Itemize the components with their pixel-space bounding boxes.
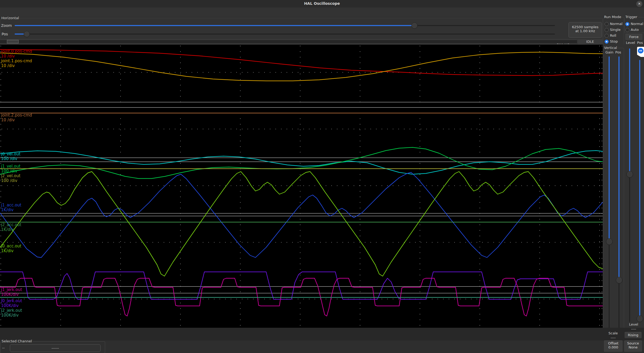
trace-label: j1_vel.out [1,164,20,169]
trigger-pos-slider-fill [639,60,640,316]
trace-label: 100 /div [1,178,17,183]
trace-label: 100K/div [1,303,19,308]
scope-display[interactable]: joint.0.pos-cmd10 /divjoint.1.pos-cmd10 … [0,45,603,328]
zoom-slider-label: Zoom [1,23,12,28]
trigger-option-normal[interactable]: Normal [625,22,643,27]
trace-label: 1K/div [1,207,14,212]
scale-label: Scale [603,331,623,335]
vertical-pos-slider-handle[interactable] [616,277,622,284]
vertical-pos-slider-label: Pos [615,50,621,54]
trigger-pos-header: Pos [637,41,643,45]
selected-channel-value: -- [2,346,5,350]
arrows-icon: ↔ [638,48,643,53]
trace-j1_acc.out [0,172,603,258]
zoom-slider-handle[interactable] [411,23,418,29]
trigger-group-label: Trigger [625,15,638,19]
trigger-level-header: Level [626,41,635,45]
vertical-group-label: Vertical [603,46,618,50]
channel-source-button[interactable]: ------ [10,344,101,352]
offset-value: 0.000 [604,345,623,349]
radio-icon[interactable] [625,28,629,32]
samples-count: 62500 samples [569,25,602,29]
record-scrollbar-thumb[interactable] [7,40,19,43]
trace-label: 100 /div [1,169,17,173]
trigger-level-slider-handle[interactable] [626,171,633,178]
zoom-slider-fill [15,25,414,26]
gain-slider-fill [609,56,610,242]
run-mode-label: Run Mode [603,15,622,19]
run-mode-option-label: Roll [610,34,616,38]
selected-channel-label: Selected Channel [1,339,33,343]
trigger-option-auto[interactable]: Auto [625,28,643,32]
remote-control-icon[interactable]: ↔ [637,47,644,59]
run-mode-option-roll[interactable]: Roll [605,34,623,38]
run-mode-option-label: Normal [610,22,622,26]
status-badge: IDLE [577,39,603,44]
trace-j0_vel.out [0,151,603,174]
offset-label: Offset [604,341,623,345]
trace-label: j1_jerk.out [1,287,22,292]
pos-slider[interactable] [15,34,555,35]
radio-icon[interactable] [605,28,609,32]
trigger-level-slider[interactable] [629,48,630,322]
run-mode-option-stop[interactable]: Stop [605,39,623,44]
trace-label: j2_acc.out [1,222,21,227]
gain-slider[interactable] [609,56,610,329]
scale-value: ---- [603,336,623,340]
trace-label: joint.0.pos-cmd [1,49,32,54]
radio-icon[interactable] [605,22,609,26]
vertical-pos-slider[interactable] [618,56,620,329]
pos-slider-handle[interactable] [24,31,30,37]
source-label: Source [624,341,642,345]
trigger-level-label: Level [624,322,643,326]
run-mode-option-label: Stop [610,39,618,43]
trace-joint.0.pos-cmd [0,49,603,76]
trigger-option-label: Normal [631,22,643,26]
trace-label: 10 /div [1,63,15,68]
trace-label: j1_acc.out [1,203,21,207]
trace-label: 100 /div [1,156,17,161]
radio-icon[interactable] [605,40,609,44]
vertical-pos-slider-fill [618,56,620,280]
pos-slider-label: Pos [2,32,8,36]
trace-label: j0_acc.out [1,244,21,248]
trace-label: j2_vel.out [1,173,20,178]
zoom-slider[interactable] [15,25,555,26]
trace-j1_vel.out [0,147,603,178]
scope-canvas [0,45,603,328]
source-value: None [624,345,642,349]
samples-rate: at 1.00 kHz [569,29,602,33]
offset-button[interactable]: Offset 0.000 [604,340,623,352]
trace-label: j0_jerk.out [1,298,22,303]
force-button[interactable]: Force [625,34,643,40]
gain-slider-handle[interactable] [606,238,613,245]
channel-button-row: 12345678910111213141516 [0,328,644,340]
rising-button[interactable]: Rising [624,332,642,338]
trigger-level-slider-fill [629,48,630,174]
trace-label: 1K/div [1,227,14,232]
run-mode-option-single[interactable]: Single [605,28,623,32]
source-button[interactable]: Source None [624,340,642,352]
trigger-option-label: Auto [631,28,639,32]
sample-rate-box: 62500 samples at 1.00 kHz [568,22,602,38]
trigger-pos-slider-handle[interactable] [637,315,643,322]
radio-icon[interactable] [625,22,629,26]
hal-oscilloscope-window: HAL Oscilloscope ✕ File Help Horizontal … [0,0,644,353]
trigger-pos-slider[interactable] [639,60,640,322]
radio-icon[interactable] [605,34,609,38]
gain-slider-label: Gain [605,50,613,54]
close-icon[interactable]: ✕ [636,1,642,7]
trace-label: joint.1.pos-cmd [1,59,32,63]
trace-label: joint.2.pos-cmd [1,113,32,118]
trigger-level-value: ---- [624,327,643,331]
trace-joint.1.pos-cmd [0,52,603,81]
vertical-frame [603,48,624,331]
trace-label: j2_jerk.out [1,308,22,313]
run-mode-option-label: Single [610,28,621,32]
trace-j0_acc.out [0,172,603,276]
record-scrollbar[interactable] [0,40,577,44]
trace-label: 100K/div [1,292,19,297]
trace-label: 100K/div [1,313,19,318]
run-mode-option-normal[interactable]: Normal [605,22,623,27]
trace-label: 1K/div [1,248,14,253]
